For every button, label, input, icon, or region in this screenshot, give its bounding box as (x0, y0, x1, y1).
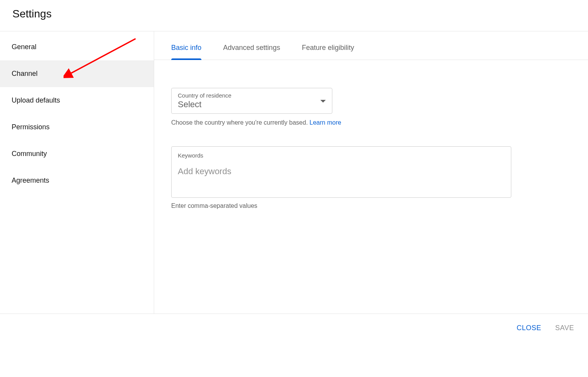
sidebar-item-label: Upload defaults (12, 96, 60, 104)
tab-label: Advanced settings (223, 44, 280, 51)
dialog-footer: Close Save (0, 314, 588, 342)
sidebar-item-label: Agreements (12, 177, 49, 184)
dialog-body: General Channel Upload defaults Permissi… (0, 31, 588, 314)
sidebar-item-label: Channel (12, 70, 38, 77)
settings-sidebar: General Channel Upload defaults Permissi… (0, 31, 154, 314)
tab-advanced-settings[interactable]: Advanced settings (223, 44, 280, 60)
sidebar-item-upload-defaults[interactable]: Upload defaults (0, 87, 154, 114)
sidebar-item-label: Permissions (12, 123, 50, 131)
sidebar-item-general[interactable]: General (0, 34, 154, 60)
tab-feature-eligibility[interactable]: Feature eligibility (302, 44, 354, 60)
keywords-label: Keywords (178, 152, 505, 159)
country-helper: Choose the country where you're currentl… (171, 119, 571, 126)
sidebar-item-community[interactable]: Community (0, 141, 154, 167)
country-value: Select (178, 99, 231, 110)
sidebar-item-agreements[interactable]: Agreements (0, 167, 154, 194)
keywords-placeholder: Add keywords (178, 166, 505, 177)
learn-more-link[interactable]: Learn more (309, 119, 341, 126)
tab-bar: Basic info Advanced settings Feature eli… (154, 31, 588, 60)
close-button[interactable]: Close (517, 324, 542, 332)
caret-down-icon (320, 98, 326, 105)
sidebar-item-label: Community (12, 150, 47, 158)
keywords-input[interactable]: Keywords Add keywords (171, 146, 511, 198)
sidebar-item-label: General (12, 43, 36, 51)
sidebar-item-permissions[interactable]: Permissions (0, 114, 154, 141)
select-inner: Country of residence Select (178, 92, 231, 110)
country-label: Country of residence (178, 92, 231, 99)
page-title: Settings (12, 8, 576, 20)
dialog-header: Settings (0, 0, 588, 31)
country-helper-text: Choose the country where you're currentl… (171, 119, 309, 126)
content-panel: Basic info Advanced settings Feature eli… (154, 31, 588, 314)
form-area: Country of residence Select Choose the c… (154, 60, 588, 209)
tab-label: Basic info (171, 44, 201, 51)
save-button[interactable]: Save (555, 324, 574, 332)
tab-basic-info[interactable]: Basic info (171, 44, 201, 60)
sidebar-item-channel[interactable]: Channel (0, 60, 154, 87)
keywords-helper: Enter comma-separated values (171, 202, 571, 209)
tab-label: Feature eligibility (302, 44, 354, 51)
country-select[interactable]: Country of residence Select (171, 88, 332, 114)
